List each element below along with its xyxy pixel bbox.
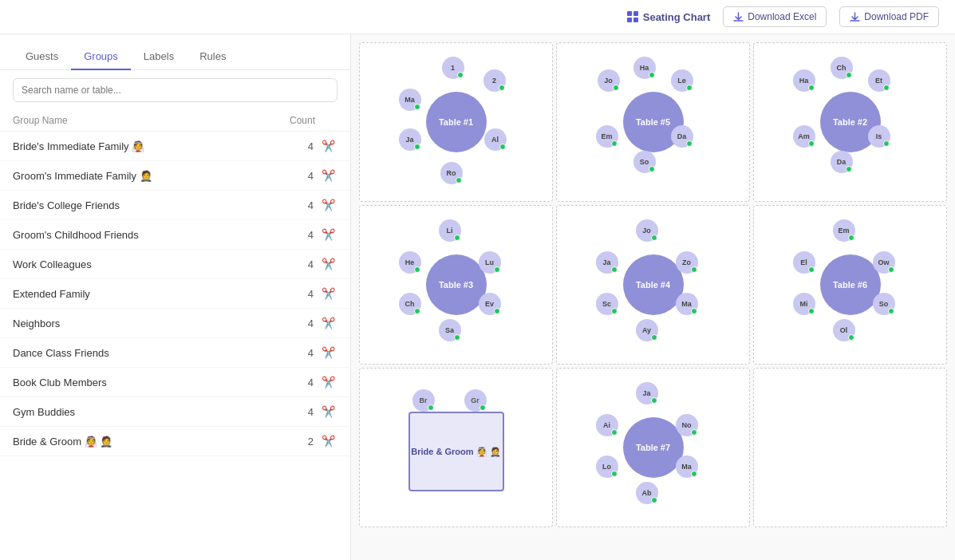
tab-rules[interactable]: Rules: [187, 44, 239, 70]
tab-guests[interactable]: Guests: [13, 44, 71, 70]
download-excel-button[interactable]: Download Excel: [723, 6, 827, 27]
tab-labels[interactable]: Labels: [131, 44, 187, 70]
tag-icon: ✂️: [322, 258, 337, 270]
seat: Am: [793, 125, 815, 148]
table-label: Table #4: [623, 254, 684, 315]
seat: No: [676, 414, 698, 436]
seat: Al: [484, 128, 507, 151]
group-count: 2: [274, 436, 322, 448]
group-count: 4: [274, 347, 322, 359]
seat: Ro: [440, 162, 463, 184]
group-count: 4: [274, 377, 322, 388]
col-group-name: Group Name: [13, 115, 290, 126]
seat: Le: [671, 69, 693, 92]
group-name: Groom's Immediate Family 🤵: [13, 170, 274, 182]
download-excel-label: Download Excel: [748, 11, 816, 22]
col-count: Count: [290, 115, 337, 126]
table-label: Table #3: [426, 254, 487, 315]
seat: Gr: [464, 389, 487, 412]
group-row[interactable]: Groom's Childhood Friends 4 ✂️: [0, 220, 350, 250]
tag-icon: ✂️: [322, 317, 337, 329]
tag-icon: ✂️: [322, 199, 337, 211]
seat: Em: [596, 125, 618, 148]
tag-icon: ✂️: [322, 435, 337, 448]
seat: Ai: [596, 414, 618, 436]
seat: Br: [412, 389, 435, 412]
bride-groom-table: Bride & Groom 👰 🤵: [408, 412, 504, 491]
table-label: Table #1: [426, 92, 487, 152]
seat: Jo: [636, 219, 658, 242]
table-diagram: Table #5HaJoLeEmDaSo: [590, 57, 717, 188]
table-diagram: Table #7JaAiNoLoMaAb: [590, 382, 717, 514]
header: Seating Chart Download Excel Download PD…: [0, 0, 955, 34]
download-pdf-button[interactable]: Download PDF: [839, 6, 939, 27]
download-pdf-icon: [850, 12, 860, 22]
seat: Ma: [676, 293, 698, 315]
table-diagram: Table #2ChEtHaAmIsDa: [787, 57, 914, 188]
group-count: 4: [274, 288, 322, 300]
search-input[interactable]: [13, 78, 337, 102]
seat: Et: [868, 69, 890, 92]
table-diagram: Table #4JoJaZoScMaAy: [590, 219, 717, 351]
svg-rect-1: [633, 11, 638, 16]
seat: Ma: [399, 89, 421, 111]
seat: Ma: [676, 455, 698, 478]
group-row[interactable]: Bride & Groom 👰 🤵 2 ✂️: [0, 427, 350, 456]
seat: El: [793, 251, 815, 274]
seat: Sa: [439, 319, 461, 341]
seat: Em: [833, 219, 855, 242]
tab-groups[interactable]: Groups: [71, 44, 131, 70]
table-cell: Table #2ChEtHaAmIsDa: [753, 42, 947, 202]
seat: Lo: [596, 455, 618, 478]
group-row[interactable]: Bride's Immediate Family 👰 4 ✂️: [0, 132, 350, 161]
seat: Lu: [479, 251, 501, 274]
table-diagram: Table #3LiHeLuChEvSa: [393, 219, 520, 351]
seat: 2: [483, 69, 506, 92]
group-count: 4: [274, 229, 322, 241]
tag-icon: ✂️: [322, 346, 337, 359]
group-count: 4: [274, 140, 322, 152]
group-name: Gym Buddies: [13, 406, 274, 418]
seat: Ow: [873, 251, 895, 274]
table-label: Table #6: [820, 254, 881, 315]
seat: Ay: [636, 319, 658, 341]
tag-icon: ✂️: [322, 376, 337, 388]
grid-icon: [626, 10, 639, 23]
group-row[interactable]: Gym Buddies 4 ✂️: [0, 397, 350, 427]
group-row[interactable]: Dance Class Friends 4 ✂️: [0, 338, 350, 368]
table-cell: [753, 368, 947, 527]
group-count: 4: [274, 258, 322, 270]
seating-chart-button[interactable]: Seating Chart: [626, 10, 711, 23]
table-diagram: Table #6EmElOwMiSoOl: [787, 219, 914, 351]
main-content: Guests Groups Labels Rules Group Name Co…: [0, 34, 955, 560]
group-count: 4: [274, 406, 322, 418]
tag-icon: ✂️: [322, 287, 337, 300]
seat: Mi: [793, 293, 815, 315]
seat: 1: [442, 57, 464, 79]
download-pdf-label: Download PDF: [864, 11, 929, 22]
seat: Zo: [676, 251, 698, 274]
sidebar: Guests Groups Labels Rules Group Name Co…: [0, 34, 351, 560]
group-name: Extended Family: [13, 288, 274, 300]
svg-rect-2: [627, 18, 632, 22]
group-row[interactable]: Neighbors 4 ✂️: [0, 309, 350, 338]
group-name: Bride's College Friends: [13, 199, 274, 211]
group-name: Bride & Groom 👰 🤵: [13, 436, 274, 448]
group-row[interactable]: Work Colleagues 4 ✂️: [0, 250, 350, 279]
svg-rect-0: [627, 11, 632, 16]
group-row[interactable]: Extended Family 4 ✂️: [0, 279, 350, 309]
group-name: Neighbors: [13, 317, 274, 329]
table-cell: Table #112MaJaAlRo: [359, 42, 553, 202]
group-list: Bride's Immediate Family 👰 4 ✂️ Groom's …: [0, 132, 350, 560]
seat: So: [633, 151, 656, 173]
group-row[interactable]: Bride's College Friends 4 ✂️: [0, 191, 350, 220]
group-row[interactable]: Book Club Members 4 ✂️: [0, 368, 350, 397]
canvas-grid: Table #112MaJaAlRoTable #5HaJoLeEmDaSoTa…: [359, 42, 947, 527]
seat: Ha: [633, 57, 656, 79]
seat: Ev: [479, 293, 501, 315]
seat: Ha: [793, 69, 815, 92]
group-row[interactable]: Groom's Immediate Family 🤵 4 ✂️: [0, 161, 350, 191]
app: Seating Chart Download Excel Download PD…: [0, 0, 955, 560]
seating-canvas: Table #112MaJaAlRoTable #5HaJoLeEmDaSoTa…: [351, 34, 955, 560]
seat: Li: [439, 219, 461, 242]
